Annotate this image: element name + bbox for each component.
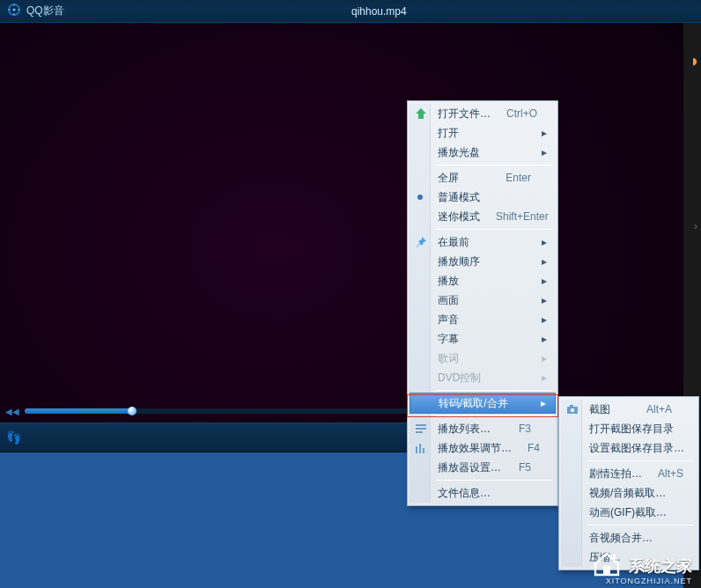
app-logo-icon <box>7 3 21 19</box>
app-brand: QQ影音 <box>7 3 64 19</box>
menu-separator <box>436 229 552 230</box>
context-menu: 打开文件… Ctrl+O 打开 ▸ 播放光盘 ▸ 全屏 Enter 普通模式 迷… <box>407 100 558 506</box>
menu-fullscreen[interactable]: 全屏 Enter <box>410 168 556 187</box>
menu-separator <box>436 415 552 416</box>
menu-separator <box>436 480 552 481</box>
chevron-right-icon: ▸ <box>540 310 549 329</box>
chevron-right-icon: ▸ <box>540 329 549 349</box>
menu-subtitle[interactable]: 字幕 ▸ <box>410 329 556 349</box>
menu-picture[interactable]: 画面 ▸ <box>410 290 556 310</box>
svg-rect-12 <box>423 448 424 453</box>
menu-separator <box>436 165 552 165</box>
svg-point-15 <box>571 408 574 412</box>
footprint-icon[interactable]: 👣 <box>0 430 26 445</box>
menu-always-on-top[interactable]: 在最前 ▸ <box>410 232 556 252</box>
svg-rect-10 <box>416 446 417 453</box>
equalizer-icon <box>413 440 429 456</box>
svg-rect-16 <box>603 566 610 575</box>
menu-separator <box>587 460 693 461</box>
submenu-burst-shot[interactable]: 剧情连拍… Alt+S <box>561 464 697 483</box>
chevron-right-icon: ▸ <box>540 252 549 271</box>
chevron-right-icon: ▸ <box>540 368 549 387</box>
menu-effects[interactable]: 播放效果调节… F4 <box>410 438 556 458</box>
menu-play[interactable]: 播放 ▸ <box>410 271 556 290</box>
progress-fill <box>25 408 132 414</box>
menu-lyrics: 歌词 ▸ <box>410 349 556 368</box>
window-title: qihhou.mp4 <box>64 5 694 18</box>
open-file-icon <box>413 106 429 121</box>
watermark-subtext: XITONGZHIJIA.NET <box>606 577 692 585</box>
radio-selected-icon <box>417 195 423 200</box>
playlist-icon <box>413 421 429 437</box>
playlist-tab-icon[interactable]: ◗ <box>692 55 697 67</box>
title-bar: QQ影音 qihhou.mp4 <box>0 0 701 23</box>
chevron-right-icon: ▸ <box>540 290 549 310</box>
menu-player-settings[interactable]: 播放器设置… F5 <box>410 458 556 477</box>
menu-audio[interactable]: 声音 ▸ <box>410 310 556 329</box>
svg-rect-7 <box>416 424 426 426</box>
svg-rect-14 <box>570 405 573 408</box>
progress-thumb[interactable] <box>128 407 137 415</box>
menu-normal-mode[interactable]: 普通模式 <box>410 187 556 207</box>
menu-dvd-control: DVD控制 ▸ <box>410 368 556 387</box>
menu-open[interactable]: 打开 ▸ <box>410 123 556 143</box>
submenu-av-clip[interactable]: 视频/音频截取… <box>561 483 697 503</box>
chevron-right-icon: ▸ <box>540 271 549 290</box>
svg-rect-8 <box>416 428 426 430</box>
watermark-text: 系统之家 <box>629 555 692 577</box>
menu-play-order[interactable]: 播放顺序 ▸ <box>410 252 556 271</box>
submenu-open-shot-dir[interactable]: 打开截图保存目录 <box>561 419 697 438</box>
app-name: QQ影音 <box>26 4 64 18</box>
camera-icon <box>564 401 580 417</box>
menu-playlist[interactable]: 播放列表… F3 <box>410 419 556 438</box>
svg-rect-9 <box>416 431 423 433</box>
svg-rect-11 <box>419 444 421 453</box>
chevron-right-icon: ▸ <box>540 349 549 368</box>
submenu-gif-clip[interactable]: 动画(GIF)截取… <box>561 503 697 522</box>
menu-play-disc[interactable]: 播放光盘 ▸ <box>410 143 556 162</box>
menu-separator <box>436 390 552 391</box>
chevron-right-icon: ▸ <box>539 393 548 413</box>
menu-file-info[interactable]: 文件信息… <box>410 483 556 503</box>
submenu-av-merge[interactable]: 音视频合并… <box>561 528 697 548</box>
watermark: 系统之家 XITONGZHIJIA.NET <box>592 548 692 583</box>
submenu-set-shot-dir[interactable]: 设置截图保存目录… <box>561 438 697 458</box>
submenu-transcode: 截图 Alt+A 打开截图保存目录 设置截图保存目录… 剧情连拍… Alt+S … <box>558 396 699 570</box>
sidebar-expand-icon[interactable]: › <box>694 220 697 232</box>
submenu-screenshot[interactable]: 截图 Alt+A <box>561 400 697 419</box>
menu-transcode-capture-merge[interactable]: 转码/截取/合并 ▸ <box>410 393 556 414</box>
pin-icon <box>413 234 429 250</box>
menu-open-file[interactable]: 打开文件… Ctrl+O <box>410 104 556 123</box>
menu-mini-mode[interactable]: 迷你模式 Shift+Enter <box>410 207 556 226</box>
svg-point-2 <box>12 8 15 11</box>
chevron-right-icon: ▸ <box>540 232 549 252</box>
seek-start-icon[interactable]: ◀◀ <box>5 407 19 416</box>
menu-separator <box>587 525 693 526</box>
chevron-right-icon: ▸ <box>540 143 549 162</box>
chevron-right-icon: ▸ <box>540 123 549 143</box>
